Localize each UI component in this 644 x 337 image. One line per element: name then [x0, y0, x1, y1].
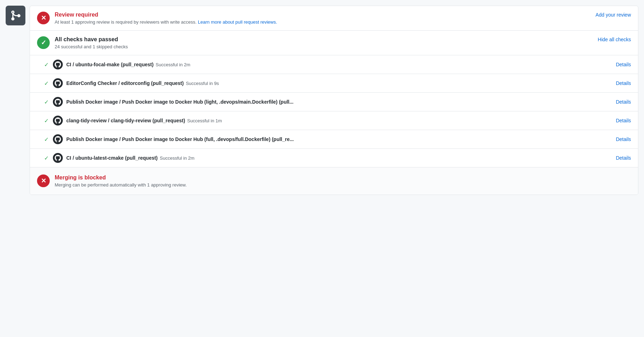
check-name: clang-tidy-review / clang-tidy-review (p…	[66, 118, 185, 123]
check-row-content: EditorConfig Checker / editorconfig (pul…	[53, 78, 616, 88]
check-success-icon: ✓	[44, 117, 49, 124]
main-panel: ✕ Review required Add your review At lea…	[30, 6, 638, 195]
review-required-title: Review required	[55, 12, 98, 18]
git-merge-icon	[6, 6, 25, 25]
check-success-icon: ✓	[44, 99, 49, 105]
x-mark-blocked-icon: ✕	[41, 178, 46, 184]
check-success-icon: ✓	[44, 136, 49, 143]
red-circle-icon: ✕	[37, 12, 50, 24]
github-logo-icon	[53, 97, 63, 107]
check-row-content: Publish Docker image / Push Docker image…	[53, 97, 616, 107]
review-required-section: ✕ Review required Add your review At lea…	[30, 6, 638, 31]
check-row-right: Details	[616, 99, 631, 105]
check-name: CI / ubuntu-latest-cmake (pull_request)	[66, 155, 158, 161]
check-status: Successful in 2m	[156, 62, 190, 67]
all-checks-title: All checks have passed	[55, 36, 118, 43]
review-required-subtitle-text: At least 1 approving review is required …	[55, 19, 196, 25]
check-rows-container: ✓ CI / ubuntu-focal-make (pull_request) …	[30, 55, 638, 167]
x-mark-icon: ✕	[41, 15, 46, 21]
github-logo-icon	[53, 78, 63, 88]
details-link[interactable]: Details	[616, 118, 631, 123]
review-required-icon: ✕	[37, 12, 50, 24]
git-merge-svg	[10, 10, 21, 21]
github-logo-icon	[53, 116, 63, 125]
check-success-icon: ✓	[44, 155, 49, 161]
check-row: ✓ EditorConfig Checker / editorconfig (p…	[30, 74, 638, 93]
green-circle-icon: ✓	[37, 36, 50, 49]
check-name: Publish Docker image / Push Docker image…	[66, 136, 294, 142]
check-status: Successful in 2m	[160, 155, 194, 161]
check-row: ✓ CI / ubuntu-focal-make (pull_request) …	[30, 55, 638, 74]
check-row-right: Details	[616, 136, 631, 142]
all-checks-content: All checks have passed Hide all checks 2…	[55, 36, 631, 49]
details-link[interactable]: Details	[616, 99, 631, 105]
check-row-right: Details	[616, 155, 631, 161]
merging-blocked-content: Merging is blocked Merging can be perfor…	[55, 174, 631, 188]
details-link[interactable]: Details	[616, 155, 631, 161]
check-row: ✓ Publish Docker image / Push Docker ima…	[30, 130, 638, 149]
check-status: Successful in 1m	[187, 118, 222, 123]
check-status: Successful in 9s	[186, 81, 219, 86]
merging-blocked-section: ✕ Merging is blocked Merging can be perf…	[30, 167, 638, 195]
check-row-content: Publish Docker image / Push Docker image…	[53, 134, 616, 144]
all-checks-subtitle: 24 successful and 1 skipped checks	[55, 44, 631, 49]
check-row-right: Details	[616, 80, 631, 86]
check-row: ✓ CI / ubuntu-latest-cmake (pull_request…	[30, 149, 638, 167]
add-review-link[interactable]: Add your review	[596, 12, 631, 18]
check-row-right: Details	[616, 118, 631, 123]
merging-blocked-subtitle: Merging can be performed automatically w…	[55, 182, 631, 188]
check-name: EditorConfig Checker / editorconfig (pul…	[66, 80, 184, 86]
check-row: ✓ clang-tidy-review / clang-tidy-review …	[30, 111, 638, 130]
check-name: CI / ubuntu-focal-make (pull_request)	[66, 62, 153, 67]
details-link[interactable]: Details	[616, 62, 631, 67]
check-success-icon: ✓	[44, 80, 49, 87]
red-circle-blocked-icon: ✕	[37, 174, 50, 187]
check-row-content: CI / ubuntu-latest-cmake (pull_request) …	[53, 153, 616, 163]
github-logo-icon	[53, 153, 63, 163]
github-logo-icon	[53, 60, 63, 69]
review-required-subtitle: At least 1 approving review is required …	[55, 19, 631, 25]
details-link[interactable]: Details	[616, 80, 631, 86]
all-checks-header: All checks have passed Hide all checks	[55, 36, 631, 43]
check-row-content: CI / ubuntu-focal-make (pull_request) Su…	[53, 60, 616, 69]
check-row: ✓ Publish Docker image / Push Docker ima…	[30, 93, 638, 111]
learn-more-link[interactable]: Learn more about pull request reviews.	[198, 19, 277, 25]
all-checks-icon: ✓	[37, 36, 50, 49]
check-mark-icon: ✓	[41, 39, 46, 46]
all-checks-section: ✓ All checks have passed Hide all checks…	[30, 31, 638, 55]
review-required-content: Review required Add your review At least…	[55, 12, 631, 25]
github-logo-icon	[53, 134, 63, 144]
check-name: Publish Docker image / Push Docker image…	[66, 99, 293, 105]
merging-blocked-title: Merging is blocked	[55, 174, 631, 181]
hide-all-checks-link[interactable]: Hide all checks	[598, 37, 631, 42]
check-row-content: clang-tidy-review / clang-tidy-review (p…	[53, 116, 616, 125]
review-required-header: Review required Add your review	[55, 12, 631, 18]
check-success-icon: ✓	[44, 61, 49, 68]
details-link[interactable]: Details	[616, 136, 631, 142]
check-row-right: Details	[616, 62, 631, 67]
merging-blocked-icon: ✕	[37, 174, 50, 187]
